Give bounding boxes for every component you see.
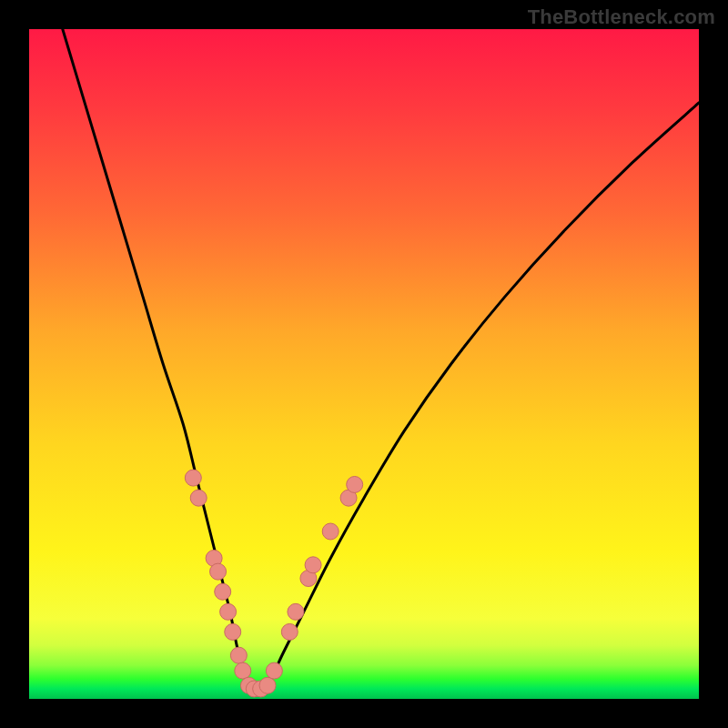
- data-marker: [235, 662, 251, 679]
- watermark-text: TheBottleneck.com: [528, 5, 715, 29]
- data-marker: [288, 603, 304, 620]
- chart-svg: [29, 29, 699, 699]
- plot-area: [29, 29, 699, 699]
- data-marker: [281, 623, 298, 640]
- data-marker: [190, 490, 207, 506]
- data-marker: [185, 470, 201, 486]
- data-marker: [322, 523, 339, 540]
- data-marker: [305, 557, 321, 573]
- data-marker: [210, 563, 227, 580]
- outer-frame: TheBottleneck.com: [0, 0, 728, 728]
- data-marker: [230, 647, 247, 663]
- data-marker: [220, 603, 237, 620]
- bottleneck-curve: [63, 29, 699, 691]
- data-marker: [266, 662, 282, 679]
- data-marker: [225, 623, 241, 640]
- data-marker: [347, 476, 363, 492]
- bottleneck-curve-path: [63, 29, 699, 691]
- data-marker: [215, 583, 231, 600]
- data-marker: [259, 677, 276, 693]
- marker-group: [185, 470, 362, 697]
